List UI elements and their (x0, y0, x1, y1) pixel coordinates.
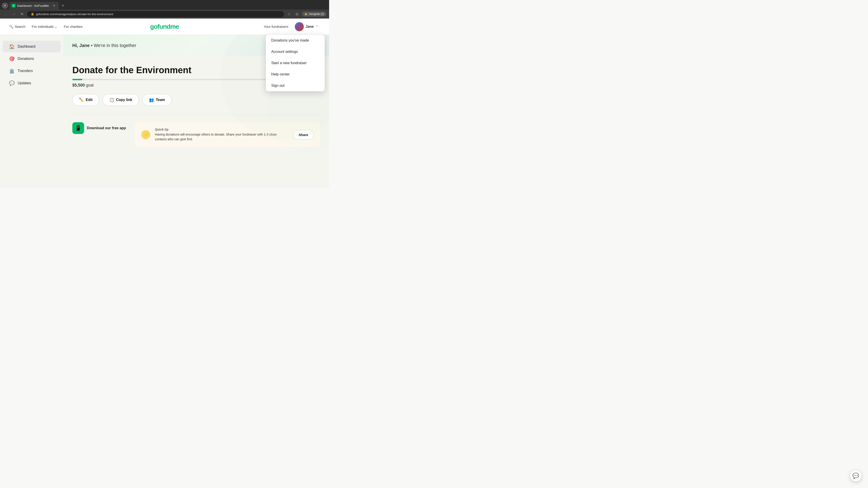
dropdown-item-start-fundraiser[interactable]: Start a new fundraiser (266, 57, 324, 69)
for-charities-button[interactable]: For charities (64, 25, 83, 29)
sidebar-item-dashboard[interactable]: 🏠 Dashboard (3, 41, 61, 53)
greeting-subtitle: • We're in this together (91, 43, 136, 48)
progress-bar-fill (72, 79, 82, 80)
bottom-section: 📱 Download our free app ⚡ Quick tip Havi… (72, 115, 320, 154)
sidebar-label-updates: Updates (18, 81, 31, 85)
greeting-name: Hi, Jane (72, 43, 90, 48)
incognito-button[interactable]: 🕵 Incognito (2) (302, 11, 327, 17)
dropdown-item-donations-made[interactable]: Donations you've made (266, 35, 324, 46)
tab-expand-button[interactable]: ▼ (2, 2, 8, 9)
forward-button[interactable]: → (11, 11, 17, 17)
app-icon: 📱 (72, 122, 84, 134)
nav-logo[interactable]: gofundme (150, 23, 179, 30)
goal-amount: $5,500 (72, 83, 85, 88)
copy-link-label: Copy link (116, 98, 132, 102)
dropdown-item-help-center[interactable]: Help center (266, 69, 324, 80)
lock-icon: 🔒 (31, 12, 34, 15)
updates-icon: 💬 (9, 80, 14, 86)
browser-tab-bar: ▼ G Dashboard - GoFundMe ✕ + (0, 0, 329, 9)
sidebar-label-dashboard: Dashboard (18, 44, 35, 48)
for-individuals-label: For individuals (32, 25, 54, 29)
dropdown-item-sign-out[interactable]: Sign out (266, 80, 324, 91)
user-name: Jane (306, 25, 314, 29)
page: 🔍 Search For individuals ⌄ For charities… (0, 19, 329, 188)
donations-icon: 🎯 (9, 56, 14, 61)
tab-favicon: G (12, 4, 16, 7)
browser-chrome: ▼ G Dashboard - GoFundMe ✕ + ← → ↻ 🔒 gof… (0, 0, 329, 19)
nav-left: 🔍 Search For individuals ⌄ For charities (9, 25, 83, 29)
team-label: Team (156, 98, 165, 102)
quick-tip-text: Having donations will encourage others t… (155, 132, 288, 142)
reload-button[interactable]: ↻ (19, 11, 25, 17)
sidebar-item-updates[interactable]: 💬 Updates (3, 77, 61, 89)
incognito-label: Incognito (2) (309, 12, 324, 15)
home-icon: 🏠 (9, 44, 14, 49)
goal-label: goal (86, 83, 94, 88)
edit-button[interactable]: ✏️ Edit (72, 94, 99, 106)
tip-share-button[interactable]: Share (293, 130, 314, 140)
logo-text: gofundme (150, 23, 179, 30)
sidebar-item-donations[interactable]: 🎯 Donations (3, 53, 61, 65)
search-icon: 🔍 (9, 25, 13, 29)
search-label: Search (15, 25, 26, 29)
address-bar[interactable]: 🔒 gofundme.com/manage/wdywu-donate-for-t… (27, 11, 284, 17)
download-app-button[interactable]: 📱 Download our free app (72, 122, 126, 134)
quick-tip-label: Quick tip (155, 128, 288, 131)
url-text: gofundme.com/manage/wdywu-donate-for-the… (36, 12, 113, 16)
user-avatar (295, 22, 304, 31)
sidebar-item-transfers[interactable]: 🏛️ Transfers (3, 65, 61, 77)
download-label: Download our free app (87, 126, 126, 130)
new-tab-button[interactable]: + (60, 2, 66, 9)
chevron-down-icon: ⌄ (55, 25, 57, 29)
for-charities-label: For charities (64, 25, 83, 29)
action-buttons: ✏️ Edit 📋 Copy link 👥 Team (72, 94, 320, 106)
incognito-icon: 🕵 (304, 12, 308, 15)
sidebar: 🏠 Dashboard 🎯 Donations 🏛️ Transfers 💬 U… (0, 35, 63, 188)
sidebar-label-donations: Donations (18, 57, 34, 61)
user-menu-chevron-icon: ⌃ (315, 25, 318, 29)
for-individuals-button[interactable]: For individuals ⌄ (32, 25, 58, 29)
tab-title: Dashboard - GoFundMe (17, 4, 49, 7)
sidebar-label-transfers: Transfers (18, 69, 33, 73)
nav-right-buttons: ☆ ⊡ 🕵 Incognito (2) (286, 11, 327, 17)
team-button[interactable]: 👥 Team (143, 94, 172, 106)
nav-right: Your fundraisers Jane ⌃ (264, 21, 320, 32)
top-nav: 🔍 Search For individuals ⌄ For charities… (0, 19, 329, 35)
browser-nav-bar: ← → ↻ 🔒 gofundme.com/manage/wdywu-donate… (0, 9, 329, 19)
dropdown-item-account-settings[interactable]: Account settings (266, 46, 324, 57)
your-fundraisers-button[interactable]: Your fundraisers (264, 25, 288, 29)
edit-icon: ✏️ (79, 97, 84, 102)
greeting-text: Hi, Jane • We're in this together (72, 43, 269, 48)
tip-content: Quick tip Having donations will encourag… (155, 128, 288, 142)
copy-link-button[interactable]: 📋 Copy link (103, 94, 139, 106)
quick-tip-card: ⚡ Quick tip Having donations will encour… (135, 122, 320, 147)
search-button[interactable]: 🔍 Search (9, 25, 26, 29)
user-dropdown-menu: Donations you've madeAccount settingsSta… (266, 35, 324, 91)
lightning-icon: ⚡ (141, 130, 150, 139)
transfers-icon: 🏛️ (9, 68, 14, 74)
sidebar-button[interactable]: ⊡ (294, 11, 300, 17)
active-tab[interactable]: G Dashboard - GoFundMe ✕ (9, 2, 59, 9)
back-button[interactable]: ← (3, 11, 9, 17)
bookmark-button[interactable]: ☆ (286, 11, 292, 17)
team-icon: 👥 (149, 97, 154, 102)
tab-close-button[interactable]: ✕ (52, 4, 56, 8)
user-menu-button[interactable]: Jane ⌃ (293, 21, 320, 32)
edit-label: Edit (86, 98, 92, 102)
copy-icon: 📋 (109, 97, 114, 102)
